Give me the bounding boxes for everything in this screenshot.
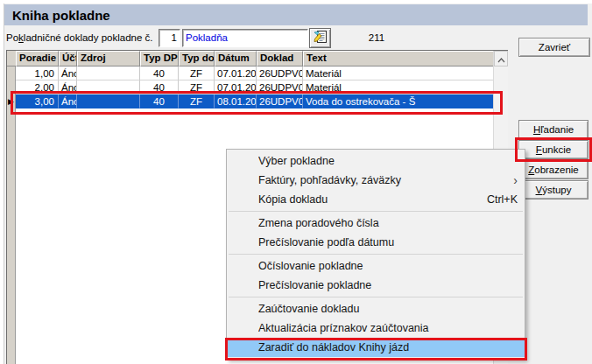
menu-separator (229, 254, 523, 255)
column-header-zdroj[interactable]: Zdroj (77, 51, 140, 66)
cell-typ-dph[interactable]: 40 (140, 80, 179, 94)
record-count: 211 (355, 32, 398, 43)
grid-header-row: Poradie Účt. Zdroj Typ DPH Typ dokl. Dát… (16, 51, 494, 66)
submenu-arrow-icon: › (513, 171, 518, 190)
column-header-typ-dph[interactable]: Typ DPH (140, 51, 179, 66)
notepad-pencil-icon (314, 30, 328, 47)
menu-separator (229, 297, 523, 298)
menu-item-zaradit-do-nakladov[interactable]: Zaradiť do nákladov Knihy jázd (227, 338, 525, 357)
view-button[interactable]: Zobrazenie (518, 160, 588, 179)
context-menu: Výber pokladne Faktúry, pohľadávky, závä… (226, 149, 525, 360)
page-title: Kniha pokladne (12, 8, 110, 23)
menu-item-faktury-pohladavky-zavazky[interactable]: Faktúry, pohľadávky, záväzky› (227, 171, 525, 190)
cell-doklad[interactable]: 26UDPV0002 (257, 80, 303, 94)
table-row[interactable]: 2,00 Áno 40 ZF 07.01.2026 26UDPV0002 Mat… (16, 80, 494, 94)
cell-poradie[interactable]: 1,00 (16, 66, 59, 80)
table-row-selected[interactable]: 3,00 Áno 40 ZF 08.01.2026 26UDPV0003 Vod… (16, 94, 494, 108)
current-row-marker-icon: ▶ (8, 96, 14, 107)
cash-register-label: Pokladničné doklady pokladne č. (6, 32, 153, 43)
cell-poradie[interactable]: 3,00 (16, 94, 59, 108)
cell-datum[interactable]: 07.01.2026 (215, 80, 257, 94)
cell-typ-dokl[interactable]: ZF (179, 94, 215, 108)
table-row[interactable]: 1,00 Áno 40 ZF 07.01.2026 26UDPV0001 Mat… (16, 66, 494, 80)
shortcut-label: Ctrl+K (487, 190, 518, 209)
close-button[interactable]: Zavrieť (518, 38, 590, 57)
register-lookup-button[interactable] (309, 28, 331, 48)
cell-typ-dokl[interactable]: ZF (179, 80, 215, 94)
menu-separator (229, 211, 523, 212)
menu-item-kopia-dokladu[interactable]: Kópia dokladuCtrl+K (227, 190, 525, 209)
row-selector-header (7, 51, 16, 66)
window-left-edge (0, 0, 4, 364)
cell-typ-dph[interactable]: 40 (140, 66, 179, 80)
window-top-edge (0, 0, 592, 4)
cell-typ-dokl[interactable]: ZF (179, 66, 215, 80)
column-header-uct[interactable]: Účt. (59, 51, 77, 66)
window-titlebar: Kniha pokladne (4, 4, 588, 25)
cell-zdroj[interactable] (77, 80, 140, 94)
cell-doklad[interactable]: 26UDPV0003 (257, 94, 303, 108)
cell-uct[interactable]: Áno (59, 94, 77, 108)
chevron-up-icon (497, 51, 505, 66)
column-header-typ-dokl[interactable]: Typ dokl. (179, 51, 215, 66)
cell-typ-dph[interactable]: 40 (140, 94, 179, 108)
column-header-datum[interactable]: Dátum (215, 51, 257, 66)
cell-zdroj[interactable] (77, 94, 140, 108)
column-header-text[interactable]: Text (303, 51, 494, 66)
menu-item-zmena-poradoveho-cisla[interactable]: Zmena poradového čísla (227, 214, 525, 233)
cell-zdroj[interactable] (77, 66, 140, 80)
column-header-poradie[interactable]: Poradie (16, 51, 59, 66)
cell-uct[interactable]: Áno (59, 66, 77, 80)
cell-poradie[interactable]: 2,00 (16, 80, 59, 94)
cell-datum[interactable]: 08.01.2026 (215, 94, 257, 108)
register-number-field[interactable]: 1 (159, 29, 180, 47)
cell-datum[interactable]: 07.01.2026 (215, 66, 257, 80)
menu-item-aktualizacia-priznakov[interactable]: Aktualizácia príznakov zaúčtovania (227, 318, 525, 338)
menu-item-precislovanie-pokladne[interactable]: Prečíslovanie pokladne (227, 276, 525, 295)
menu-item-precislovanie-podla-datumu[interactable]: Prečíslovanie podľa dátumu (227, 233, 525, 252)
menu-item-ocislovanie-pokladne[interactable]: Očíslovanie pokladne (227, 256, 525, 276)
cell-text[interactable]: Materiál (303, 80, 494, 94)
search-button[interactable]: Hľadanie (518, 120, 588, 139)
menu-item-zauctovanie-dokladu[interactable]: Zaúčtovanie dokladu (227, 299, 525, 318)
column-header-doklad[interactable]: Doklad (257, 51, 303, 66)
register-name-field[interactable]: Pokladňa (182, 29, 308, 47)
menu-item-vyber-pokladne[interactable]: Výber pokladne (227, 151, 525, 171)
cell-doklad[interactable]: 26UDPV0001 (257, 66, 303, 80)
scroll-up-button[interactable] (494, 51, 508, 66)
cell-text[interactable]: Voda do ostrekovača - Š (303, 94, 494, 108)
cell-uct[interactable]: Áno (59, 80, 77, 94)
outputs-button[interactable]: Výstupy (518, 180, 588, 200)
cell-text[interactable]: Materiál (303, 66, 494, 80)
functions-button[interactable]: Funkcie (518, 140, 588, 159)
